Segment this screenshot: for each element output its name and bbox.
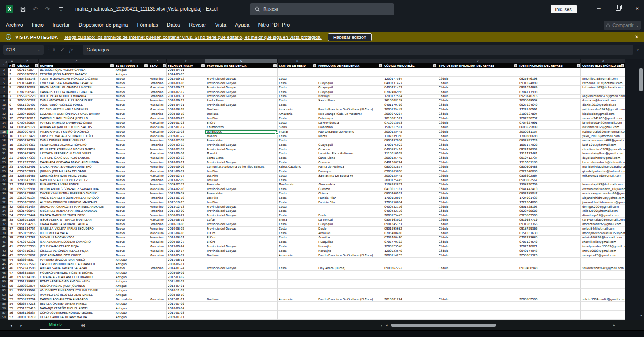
cell[interactable] — [518, 258, 581, 262]
cell[interactable]: 0951335413 — [16, 306, 39, 311]
cell[interactable]: 0400582414 — [383, 147, 437, 152]
row-header-46[interactable]: 46 — [0, 262, 8, 267]
cell[interactable]: 45 — [8, 262, 16, 267]
cell[interactable]: daysilanche80@gmail.com — [581, 156, 625, 160]
cell[interactable]: Nuevo — [114, 253, 148, 258]
cell[interactable] — [581, 315, 625, 320]
column-letter-k[interactable]: K — [437, 59, 518, 63]
cell[interactable]: Costa — [278, 249, 317, 253]
cell[interactable]: 3 — [8, 77, 16, 81]
cell[interactable]: 2000136719 — [16, 315, 39, 320]
cell[interactable]: Provincia del Guayas — [205, 77, 278, 81]
cell[interactable]: ISABELLA VIOLETA FARIAS ESCUDERO — [39, 227, 114, 231]
filter-button[interactable]: ▾ — [35, 64, 38, 67]
row-header-58[interactable]: 58 — [0, 315, 8, 320]
cell[interactable]: 0931766042 — [16, 209, 39, 214]
cell[interactable]: Costa — [278, 244, 317, 249]
cell[interactable]: ELISABETTA RIVERA PONCE — [39, 183, 114, 187]
cell[interactable]: MAYORGA GAZOLA JUAN PABLO — [39, 258, 114, 262]
row-header-19[interactable]: 19 — [0, 143, 8, 147]
cell[interactable]: Masculino — [148, 116, 167, 121]
cell[interactable]: Los Ríos — [205, 196, 278, 200]
select-all-corner[interactable] — [0, 59, 8, 63]
cell[interactable]: 2010-08-05 — [167, 227, 205, 231]
cell[interactable]: Nuevo — [114, 244, 148, 249]
cell[interactable]: Daule — [317, 213, 383, 218]
cell[interactable]: vanecar241093@gmail.com — [581, 116, 625, 121]
cell[interactable]: Nuevo — [114, 165, 148, 169]
filter-button[interactable]: ▾ — [514, 64, 517, 67]
cell[interactable]: Costa — [278, 121, 317, 125]
cell[interactable]: Santa Elena — [317, 156, 383, 160]
cell[interactable]: 1610008178 — [383, 99, 437, 103]
filter-button[interactable]: ▾ — [201, 64, 205, 67]
cell[interactable]: 2013-06-16 — [167, 196, 205, 200]
cell[interactable]: 0953355054 — [16, 271, 39, 275]
cell[interactable]: Provincia del Guayas — [205, 187, 278, 192]
cell[interactable]: Nuevo — [114, 200, 148, 205]
cell[interactable]: Costa — [278, 116, 317, 121]
cell[interactable]: 54 — [8, 302, 16, 306]
cell[interactable]: 2010-11-05 — [167, 289, 205, 293]
cell[interactable]: 35 — [8, 218, 16, 222]
cell[interactable]: JIREH MOCHA VACA — [39, 231, 114, 236]
column-header[interactable]: CORREO ELECTRÓNICO DEL▾ — [581, 63, 625, 68]
cell[interactable]: Nuevo — [114, 152, 148, 156]
cell[interactable]: 0705400460 — [383, 236, 437, 240]
cell[interactable] — [518, 315, 581, 320]
filter-button[interactable]: ▾ — [273, 64, 277, 67]
cell[interactable]: 0803785047 — [518, 192, 581, 196]
cell[interactable] — [437, 68, 518, 72]
cell[interactable]: 0919408948 — [518, 266, 581, 271]
row-header-9[interactable]: 9 — [0, 99, 8, 103]
cell[interactable]: 2011-03-09 — [167, 209, 205, 214]
cell[interactable] — [205, 258, 278, 262]
row-header-27[interactable]: 27 — [0, 178, 8, 183]
cell[interactable] — [317, 289, 383, 293]
cell[interactable] — [278, 311, 317, 315]
cell[interactable]: Nuevo — [114, 112, 148, 116]
cell[interactable]: Antiguo — [114, 293, 148, 297]
cell[interactable]: 0303051502 — [16, 218, 39, 222]
cell[interactable]: Chinca — [317, 192, 383, 196]
cell[interactable]: GIORDANA CHARLOTTE MARTINEZ ANDRADE — [39, 205, 114, 209]
cell[interactable]: Provincia del Guayas — [205, 95, 278, 99]
cell[interactable]: 0901695682 — [383, 227, 437, 231]
cell[interactable] — [278, 293, 317, 297]
cell[interactable]: Costa — [278, 77, 317, 81]
cell[interactable]: 39 — [8, 236, 16, 240]
cell[interactable]: 43 — [8, 253, 16, 258]
cell[interactable]: NARANJO CEDEÑO MIGUEL ANGEL — [39, 306, 114, 311]
cell[interactable]: 40 — [8, 240, 16, 244]
cell[interactable]: 2011-06-07 — [167, 169, 205, 174]
cell[interactable] — [383, 311, 437, 315]
cell[interactable]: 57 — [8, 315, 16, 320]
cell[interactable]: 1312437484 — [518, 152, 581, 156]
cell[interactable]: Cédula — [437, 169, 518, 174]
cell[interactable]: Arenillas — [317, 231, 383, 236]
filter-button[interactable]: ▾ — [577, 64, 580, 67]
sign-in-button[interactable]: Inic. ses. — [551, 5, 577, 13]
cell[interactable]: Costa — [278, 147, 317, 152]
cell[interactable]: Cédula — [437, 90, 518, 95]
cell[interactable]: Nuevo — [114, 139, 148, 143]
filter-button[interactable]: ▾ — [313, 64, 316, 67]
cell[interactable]: 0951335405 — [16, 103, 39, 107]
cell[interactable] — [581, 72, 625, 77]
cell[interactable] — [148, 271, 167, 275]
cell[interactable]: 0927324640 — [518, 103, 581, 107]
cell[interactable]: 2000125445 — [383, 174, 437, 178]
cell[interactable]: rm9159983@gmail.com — [581, 249, 625, 253]
cell[interactable]: Nuevo — [114, 130, 148, 134]
cell[interactable] — [518, 302, 581, 306]
cell[interactable] — [278, 315, 317, 320]
cell[interactable]: 15 — [8, 130, 16, 134]
cell[interactable]: Guayaquil — [317, 143, 383, 147]
cell[interactable]: 0957207624 — [16, 169, 39, 174]
cell[interactable]: 19 — [8, 147, 16, 152]
cell[interactable]: Guayaquil — [317, 222, 383, 227]
cell[interactable]: Masculino — [148, 297, 167, 302]
cell[interactable]: Nuevo — [114, 205, 148, 209]
cell[interactable]: Nuevo — [114, 222, 148, 227]
cell[interactable]: Santa Elena — [317, 99, 383, 103]
